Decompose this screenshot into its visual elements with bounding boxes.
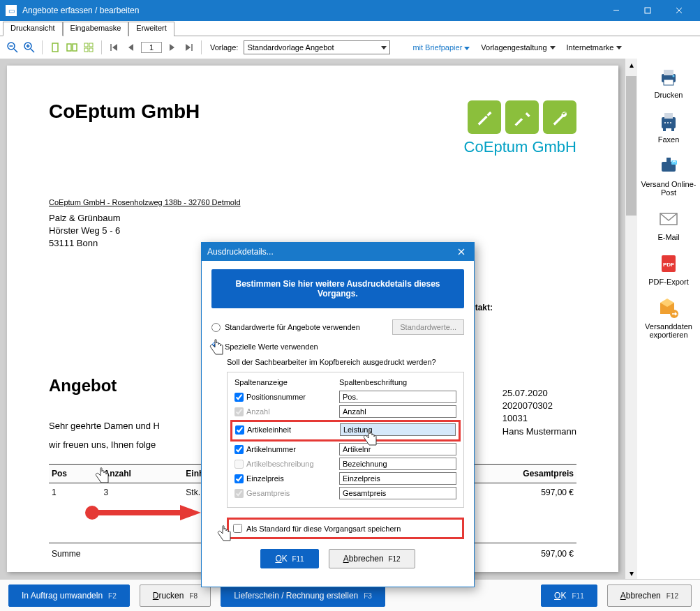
chk-artikelnummer[interactable] [234,445,244,454]
txt-anzahl[interactable] [339,405,456,418]
dialog-titlebar: Ausdruckdetails... [202,243,474,261]
last-page-icon[interactable] [181,40,195,54]
chk-artikelbeschreibung [234,460,244,469]
columns-config-box: Spaltenanzeige Spaltenbeschriftung Posit… [227,372,464,508]
logo-screwdriver-icon [468,100,501,134]
svg-point-34 [667,122,669,123]
page-single-icon[interactable] [48,40,62,54]
app-icon: ▭ [6,5,17,16]
scroll-down-icon[interactable]: ▾ [625,567,637,579]
dialog-close-button[interactable] [454,245,468,259]
highlight-artikeleinheit: Artikeleinheit [230,420,461,442]
col-display-header: Spaltenanzeige [234,378,339,386]
sender-line: CoEptum GmbH - Rosenholzweg 138b - 32760… [49,198,576,206]
zoom-in-icon[interactable] [22,40,36,54]
window-title: Angebote erfassen / bearbeiten [22,6,600,15]
svg-rect-14 [84,43,88,47]
txt-artikelbeschreibung[interactable] [339,458,456,470]
chk-einzelpreis[interactable] [234,474,244,483]
standard-values-button: Standardwerte... [392,319,464,335]
svg-marker-26 [180,505,201,520]
convert-to-order-button[interactable]: In Auftrag umwandelnF2 [8,584,130,607]
print-button[interactable]: DruckenF8 [140,584,211,607]
radio-default-values[interactable] [211,323,221,332]
minimize-button[interactable] [600,0,632,21]
svg-rect-25 [96,510,180,515]
dialog-info-banner: Bestimmen Sie hier weitere Ausdruckdetai… [211,269,464,308]
company-name: CoEptum GmbH [49,100,200,123]
next-page-icon[interactable] [165,40,179,54]
dialog-ok-button[interactable]: OK F11 [260,549,318,568]
svg-marker-20 [128,44,133,51]
txt-einzelpreis[interactable] [339,472,456,485]
toolbar: Vorlage: Standardvorlage Angebot mit Bri… [0,36,700,59]
action-print[interactable]: Drucken [655,66,683,99]
svg-point-30 [673,75,675,77]
svg-rect-29 [664,80,673,85]
radio-default-label: Standardwerte für Angebote verwenden [225,323,360,331]
svg-rect-17 [89,48,93,52]
print-details-dialog: Ausdruckdetails... Bestimmen Sie hier we… [201,242,475,587]
svg-line-8 [31,49,34,52]
svg-marker-22 [186,44,191,51]
vertical-scrollbar[interactable]: ▴ ▾ [625,59,637,579]
titlebar: ▭ Angebote erfassen / bearbeiten [0,0,700,21]
tab-print-view[interactable]: Druckansicht [3,22,63,36]
th-pos: Pos [49,464,101,483]
svg-rect-1 [645,8,650,13]
annotation-arrow [84,502,202,523]
tab-advanced[interactable]: Erweitert [128,22,174,36]
action-pdf-export[interactable]: PDF PDF-Export [648,252,688,286]
template-label: Vorlage: [210,43,238,52]
txt-artikeleinheit[interactable] [340,423,456,436]
svg-point-33 [664,122,666,123]
letterhead-toggle[interactable]: mit Briefpapier [412,43,470,52]
page-multi-icon[interactable] [82,40,96,54]
chk-posnum[interactable] [234,393,244,402]
internet-stamp-menu[interactable]: Internetmarke [567,43,623,52]
action-online-post[interactable]: Versand Online-Post [640,155,697,197]
zoom-out-icon[interactable] [6,40,20,54]
delivery-invoice-button[interactable]: Lieferschein / Rechnung erstellenF3 [221,584,385,607]
action-export-shipping[interactable]: Versanddaten exportieren [640,297,697,339]
template-value: Standardvorlage Angebot [247,43,334,52]
svg-marker-19 [112,44,117,51]
svg-rect-37 [671,128,674,131]
first-page-icon[interactable] [107,40,121,54]
txt-artikelnummer[interactable] [339,443,456,455]
svg-line-5 [14,49,17,52]
page-facing-icon[interactable] [65,40,79,54]
close-button[interactable] [663,0,694,21]
chk-artikeleinheit[interactable] [235,425,244,435]
svg-rect-16 [84,48,88,52]
chk-save-as-default[interactable] [233,524,242,533]
radio-special-values[interactable] [211,342,221,351]
chk-gesamtpreis [234,489,244,498]
save-as-default-label: Als Standard für diese Vorgangsart speic… [246,525,401,533]
txt-gesamtpreis[interactable] [339,487,456,499]
clerk-print-question: Soll der Sachbearbeiter im Kopfbereich a… [227,358,464,366]
actions-sidebar: Drucken Faxen Versand Online-Post E-Mail… [637,59,700,579]
dialog-title-text: Ausdruckdetails... [207,247,274,257]
svg-rect-28 [664,70,673,75]
tab-input-mask[interactable]: Eingabemaske [63,22,129,36]
logo-wrench-icon [543,100,576,134]
maximize-button[interactable] [632,0,663,21]
logo-text: CoEptum GmbH [464,138,576,156]
prev-page-icon[interactable] [124,40,138,54]
template-select[interactable]: Standardvorlage Angebot [244,40,390,54]
page-number-input[interactable] [141,42,162,53]
svg-rect-12 [67,44,71,51]
svg-rect-11 [52,43,58,52]
scroll-up-icon[interactable]: ▴ [625,59,637,70]
dialog-cancel-button[interactable]: Abbrechen F12 [329,549,415,568]
scrollbar-thumb[interactable] [626,76,636,216]
txt-posnum[interactable] [339,391,456,403]
layout-design-menu[interactable]: Vorlagengestaltung [481,43,555,52]
ok-button[interactable]: OKF11 [541,584,597,607]
action-email[interactable]: E-Mail [657,208,680,241]
action-fax[interactable]: Faxen [657,110,680,144]
svg-rect-39 [667,158,671,163]
tabs-row: Druckansicht Eingabemaske Erweitert [0,21,700,36]
cancel-button[interactable]: AbbrechenF12 [607,584,692,607]
